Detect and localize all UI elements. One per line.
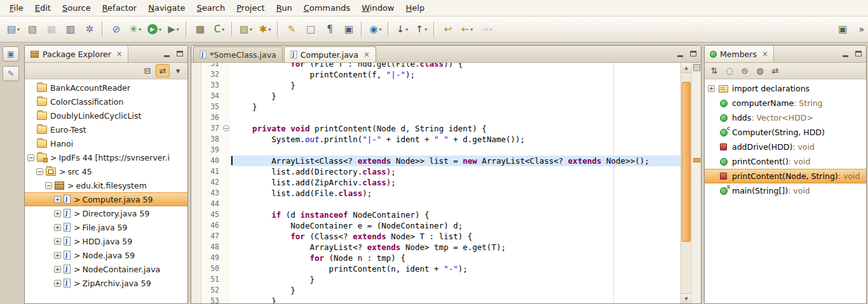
run-button[interactable]: ▶▾ [145, 21, 164, 37]
minimize-button[interactable] [674, 48, 686, 59]
collapse-icon[interactable]: − [45, 182, 52, 189]
next-annotation-button[interactable]: ↓▾ [393, 21, 412, 37]
tree-item[interactable]: BankAccountReader [25, 81, 187, 95]
code-line[interactable]: 34 } [201, 91, 681, 102]
maximize-button[interactable] [174, 48, 186, 59]
tree-item[interactable]: +>NodeContainer.java [25, 262, 187, 276]
tree-item[interactable]: Hanoi [25, 136, 187, 150]
hide-nonpublic-button[interactable]: ◍ [753, 64, 767, 77]
tree-item[interactable]: +>HDD.java 59 [25, 234, 187, 248]
tree-item[interactable]: +>File.java 59 [25, 220, 187, 234]
tree-item[interactable]: +>Computer.java 59 [25, 192, 187, 206]
editor-vertical-scrollbar[interactable]: ▲ ▼ [681, 63, 691, 303]
expand-icon[interactable]: + [54, 266, 61, 273]
external-tools-button[interactable]: ▶▾ [164, 21, 183, 37]
overview-ruler-header-icon[interactable] [693, 64, 700, 71]
collapse-icon[interactable]: − [27, 154, 34, 161]
expand-icon[interactable]: + [54, 210, 61, 217]
new-wizard-button[interactable]: ▤▾ [4, 21, 23, 37]
toolbar-overflow-chevron[interactable]: » [858, 24, 864, 34]
menu-item-window[interactable]: Window [356, 2, 400, 14]
code-line[interactable]: 38 System.out.println("|-" + ident + " "… [201, 134, 681, 145]
back-button[interactable]: ←▾ [458, 21, 477, 37]
web-browser-button[interactable]: ◉▾ [366, 21, 385, 37]
tree-item[interactable]: −>src 45 [25, 164, 187, 178]
code-line[interactable]: 35 } [201, 102, 681, 112]
code-line[interactable]: 36 [201, 112, 681, 123]
code-line[interactable]: 51 } [201, 274, 681, 285]
code-line[interactable]: 52 } [201, 285, 681, 296]
mark-occurrences-button[interactable]: ✎ [282, 21, 301, 37]
code-line[interactable]: 44 [201, 199, 681, 209]
code-line[interactable]: 39 [201, 145, 681, 155]
expand-icon[interactable]: + [54, 238, 61, 245]
link-with-editor-button[interactable]: ⇄ [156, 64, 170, 77]
link-with-editor-button[interactable]: ⇄ [768, 64, 782, 77]
scroll-down-button[interactable]: ▼ [681, 293, 691, 303]
debug-button[interactable]: ✳▾ [126, 21, 145, 37]
tree-item[interactable]: +>Node.java 59 [25, 248, 187, 262]
member-item[interactable]: +import declarations [705, 81, 866, 96]
collapse-icon[interactable]: − [36, 168, 43, 175]
code-line[interactable]: 47 for (Class<? extends Node> T : list) … [201, 231, 681, 242]
annotations-button[interactable]: □ [301, 21, 320, 37]
menu-item-edit[interactable]: Edit [29, 2, 57, 14]
maximize-button[interactable] [853, 48, 864, 59]
menu-item-project[interactable]: Project [231, 2, 271, 14]
restore-views-button[interactable]: ▣ [3, 46, 19, 62]
editor-tab-someclassjava[interactable]: *SomeClass.java [193, 46, 283, 62]
minimize-button[interactable] [161, 48, 172, 59]
tree-item[interactable]: −>IpdFs 44 [https://svnserver.i [25, 150, 187, 164]
menu-item-source[interactable]: Source [57, 2, 97, 14]
code-line[interactable]: 45 if (d instanceof NodeContainer) { [201, 209, 681, 220]
expand-icon[interactable]: + [54, 224, 61, 231]
member-item[interactable]: hdds : Vector<HDD> [705, 110, 866, 125]
occurrence-marker[interactable] [693, 158, 700, 162]
expand-icon[interactable]: + [708, 85, 715, 92]
menu-item-refactor[interactable]: Refactor [97, 2, 143, 14]
show-whitespace-button[interactable]: ¶ [320, 21, 339, 37]
fold-collapse-icon[interactable]: − [223, 125, 229, 131]
member-item[interactable]: printContent() : void [705, 154, 866, 169]
menu-item-file[interactable]: File [4, 2, 29, 14]
menu-item-commands[interactable]: Commands [298, 2, 356, 14]
menu-item-help[interactable]: Help [400, 2, 431, 14]
code-line[interactable]: 42 list.add(ZipArchiv.class); [201, 177, 681, 188]
maximize-button[interactable] [688, 48, 699, 59]
code-line[interactable]: 53 } [201, 296, 681, 303]
tree-item[interactable]: +>ZipArchiv.java 59 [25, 276, 187, 290]
code-line[interactable]: 50 printContent(n, ident + "-"); [201, 263, 681, 274]
new-folder-button[interactable]: ▧ [23, 21, 42, 37]
expand-icon[interactable]: + [54, 196, 61, 203]
menu-item-search[interactable]: Search [191, 2, 231, 14]
search-button[interactable]: ✱▾ [255, 21, 275, 37]
view-menu-button[interactable]: ▾ [171, 64, 185, 77]
member-item[interactable]: smain(String[]) : void [705, 183, 866, 198]
code-line[interactable]: 43 list.add(File.class); [201, 188, 681, 199]
tree-item[interactable]: DoublyLinkedCyclicList [25, 109, 187, 122]
tree-item[interactable]: −>edu.kit.filesystem [25, 178, 187, 192]
skip-breakpoints-button[interactable]: ⊘ [107, 21, 126, 37]
last-edit-location-button[interactable]: ↩ [438, 21, 458, 37]
tree-item[interactable]: +>Directory.java 59 [25, 206, 187, 220]
close-icon[interactable]: × [762, 50, 768, 58]
fast-view-editor-button[interactable]: ✎ [3, 66, 19, 81]
close-icon[interactable]: × [116, 50, 123, 58]
expand-icon[interactable]: + [54, 252, 61, 259]
member-item[interactable]: computerName : String [705, 96, 866, 110]
code-line[interactable]: 40 ArrayList<Class<? extends Node>> list… [201, 155, 681, 166]
expand-icon[interactable]: + [54, 280, 61, 287]
scrollbar-thumb[interactable] [682, 82, 691, 242]
perspective-button[interactable]: ▣ [833, 21, 852, 37]
code-line[interactable]: 49 for (Node n : tmp) { [201, 253, 681, 263]
code-line[interactable]: 33 } [201, 80, 681, 91]
package-explorer-view-tab[interactable]: Package Explorer × [25, 46, 128, 62]
sort-button[interactable]: ⇅ [707, 64, 721, 77]
menu-item-run[interactable]: Run [271, 2, 298, 14]
code-area[interactable]: 31 for (File f : hdd.get(File.class)) {3… [201, 63, 681, 303]
editor-tab-computerjava[interactable]: Computer.java× [284, 46, 376, 62]
block-selection-button[interactable]: ▣ [339, 21, 358, 37]
hide-fields-button[interactable]: ◌ [722, 64, 736, 77]
member-item[interactable]: cComputer(String, HDD) [705, 125, 866, 140]
members-view-tab[interactable]: Members × [705, 46, 774, 62]
